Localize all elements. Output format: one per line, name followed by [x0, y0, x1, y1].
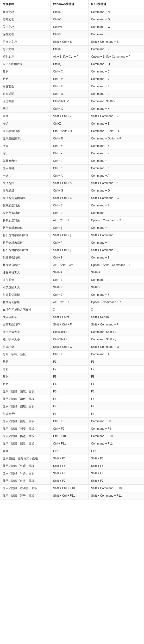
table-row: 显示网格Ctrl + ˊCommand + ˊ: [0, 165, 144, 172]
command-name: 添加选区工具: [0, 284, 51, 291]
mac-shortcut: Shift + Command + O: [88, 343, 144, 351]
windows-shortcut: Shift + F8: [51, 470, 88, 477]
command-name: 显示/隐藏画板: [0, 128, 51, 135]
mac-shortcut: F8: [88, 410, 144, 418]
shortcuts-table: 命令名称 Windows快捷键 MAC快捷键 新建文档Ctrl+NCommand…: [0, 0, 144, 500]
table-row: 显示／隐藏「渐变」面板Ctrl + F9Command + F9: [0, 425, 144, 432]
table-row: 解锁所选对象Alt + Ctrl + 2Option + Command + 2: [0, 217, 144, 224]
table-row: 帮助F1F1: [0, 358, 144, 366]
windows-shortcut: Ctrl + 8: [51, 254, 88, 262]
command-name: 在填色和描边之间转换: [0, 306, 51, 314]
command-name: 通视网格工具: [0, 269, 51, 276]
command-name: 隐藏所选对象: [0, 202, 51, 209]
table-row: 将所选对象后移Ctrl + [Command + [: [0, 239, 144, 246]
windows-shortcut: Shift + Ctrl + F10: [51, 484, 88, 492]
mac-shortcut: Command + B: [88, 90, 144, 98]
windows-shortcut: Ctrl + C: [51, 68, 88, 75]
mac-shortcut: Command + A: [88, 172, 144, 180]
mac-shortcut: F4: [88, 380, 144, 388]
mac-shortcut: Shift + F7: [88, 477, 144, 484]
windows-shortcut: Alt + Shift + Ctrl + P: [51, 53, 88, 60]
table-row: 原位粘贴Ctrl+Shift+VCommand+Shift+V: [0, 98, 144, 105]
windows-shortcut: Ctrl+S: [51, 31, 88, 38]
mac-shortcut: F7: [88, 403, 144, 410]
table-row: 粘贴F4F4: [0, 380, 144, 388]
mac-shortcut: Shift + Return: [88, 314, 144, 321]
windows-shortcut: Ctrl + =: [51, 142, 88, 150]
command-name: 全部两端对齐: [0, 321, 51, 328]
command-name: 恢复: [0, 448, 51, 455]
command-name: 减小字体大小: [0, 336, 51, 343]
command-name: 显示／隐藏「描边」面板: [0, 432, 51, 440]
windows-shortcut: F5: [51, 388, 88, 395]
command-name: 退出AI应用程序: [0, 60, 51, 68]
command-name: 释放剪切蒙版: [0, 298, 51, 306]
table-row: 锁定所选对象Ctrl + 2Command + 2: [0, 209, 144, 217]
mac-shortcut: Shift + F6: [88, 462, 144, 470]
windows-shortcut: Ctrl + F9: [51, 425, 88, 432]
table-row: 创建轮廓Shift + Ctrl + OShift + Command + O: [0, 343, 144, 351]
windows-shortcut: Ctrl + ˊ: [51, 165, 88, 172]
table-row: 全部两端对齐Shift + Ctrl + FShift + Command + …: [0, 321, 144, 328]
command-name: 重做: [0, 112, 51, 120]
windows-shortcut: Ctrl+N: [51, 8, 88, 16]
windows-shortcut: Shift+V: [51, 284, 88, 291]
table-row: 关闭文档Ctrl+WCommand + W: [0, 23, 144, 31]
windows-shortcut: Shift + Ctrl + S: [51, 38, 88, 46]
mac-shortcut: F6: [88, 395, 144, 403]
windows-shortcut: Ctrl + [: [51, 239, 88, 246]
table-row: 增加字体大小Ctrl+Shift + .Command+Shift + .: [0, 328, 144, 336]
command-name: 将所选对象前移: [0, 224, 51, 232]
windows-shortcut: Ctrl + T: [51, 351, 88, 358]
command-name: 显示/隐藏标尺: [0, 135, 51, 142]
table-row: 显示／隐藏「画笔」面板F5F5: [0, 388, 144, 395]
command-name: 显示／隐藏「对齐」面板: [0, 470, 51, 477]
command-name: 剪切: [0, 105, 51, 112]
windows-shortcut: Ctrl + 2: [51, 209, 88, 217]
command-name: 显示／隐藏「符号」面板: [0, 492, 51, 500]
table-row: 退出AI应用程序Ctrl+QCommand + Q: [0, 60, 144, 68]
table-row: 显示／隐藏「颜色」面板F6F6: [0, 395, 144, 403]
mac-shortcut: Command + V: [88, 75, 144, 83]
windows-shortcut: Ctrl+O: [51, 16, 88, 23]
windows-shortcut: Alt + Shift + Ctrl + 8: [51, 262, 88, 269]
table-row: 贴在后面Ctrl + BCommand + B: [0, 90, 144, 98]
table-row: 通视网格工具Shift+PShift+P: [0, 269, 144, 276]
command-name: 锁定所选对象: [0, 209, 51, 217]
command-name: 图形编组: [0, 187, 51, 194]
windows-shortcut: Ctrl + L: [51, 276, 88, 284]
mac-shortcut: Command + Option + R: [88, 135, 144, 142]
command-name: 打印文档: [0, 46, 51, 53]
command-name: 粘贴: [0, 75, 51, 83]
mac-shortcut: Shift + F8: [88, 470, 144, 477]
command-name: 显示／隐藏「信息」面板: [0, 418, 51, 425]
command-name: 将所选对象移到前面: [0, 232, 51, 239]
windows-shortcut: Ctrl + -: [51, 150, 88, 157]
table-row: 复制Ctrl + CCommand + C: [0, 68, 144, 75]
mac-shortcut: Shift + Command + A: [88, 180, 144, 187]
table-row: 显示／隐藏「透明度」面板Shift + Ctrl + F10Shift + Co…: [0, 484, 144, 492]
windows-shortcut: Ctrl + A: [51, 172, 88, 180]
table-row: 复制F3F3: [0, 373, 144, 380]
command-name: 显示／隐藏「画笔」面板: [0, 388, 51, 395]
windows-shortcut: Ctrl + R: [51, 135, 88, 142]
windows-shortcut: F6: [51, 395, 88, 403]
mac-shortcut: Shift + F5: [88, 455, 144, 462]
windows-shortcut: Ctrl + F: [51, 83, 88, 90]
windows-shortcut: Ctrl + B: [51, 90, 88, 98]
windows-shortcut: Ctrl + F11: [51, 440, 88, 448]
command-name: 剪切: [0, 366, 51, 373]
col-header-windows: Windows快捷键: [51, 0, 88, 8]
command-name: 另存为文档: [0, 38, 51, 46]
table-row: 将所选对象移到前面Shift + Ctrl + ]Shift + Command…: [0, 232, 144, 239]
windows-shortcut: Ctrl + 7: [51, 291, 88, 298]
table-row: 新建文档Ctrl+NCommand + N: [0, 8, 144, 16]
mac-shortcut: Command + N: [88, 8, 144, 16]
command-name: 显示／隐藏「外观」面板: [0, 462, 51, 470]
table-row: 缩小Ctrl + -Command + -: [0, 150, 144, 157]
command-name: 保存文档: [0, 31, 51, 38]
command-name: 缩小: [0, 150, 51, 157]
mac-shortcut: Command + F10: [88, 432, 144, 440]
mac-shortcut: Shift + Command + F11: [88, 492, 144, 500]
command-name: 撤销: [0, 120, 51, 128]
